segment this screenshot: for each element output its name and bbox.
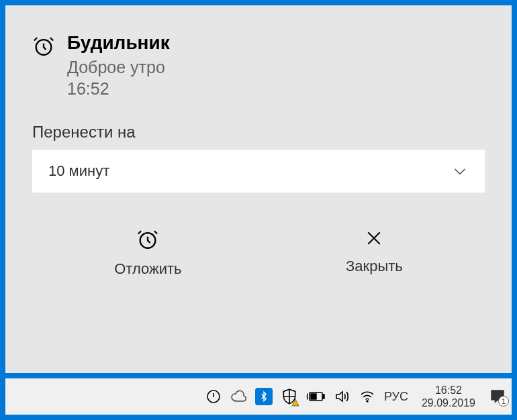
clock-date: 29.09.2019 [422, 397, 475, 409]
svg-point-6 [367, 401, 368, 402]
action-center-icon[interactable]: 1 [489, 388, 506, 405]
svg-rect-4 [323, 395, 324, 399]
notification-title: Будильник [67, 32, 170, 54]
cloud-icon[interactable] [230, 388, 247, 405]
snooze-dropdown[interactable]: 10 минут [32, 150, 485, 193]
clock-time: 16:52 [435, 384, 462, 397]
bluetooth-icon[interactable] [255, 388, 273, 405]
taskbar-clock[interactable]: 16:52 29.09.2019 [416, 384, 481, 409]
chevron-down-icon [451, 162, 469, 180]
snooze-button-label: Отложить [114, 260, 181, 278]
notification-badge: 1 [498, 396, 509, 407]
close-icon [364, 228, 384, 248]
close-button-label: Закрыть [346, 258, 403, 275]
taskbar: РУС 16:52 29.09.2019 1 [5, 378, 512, 415]
alarm-icon [32, 32, 55, 58]
wifi-icon[interactable] [359, 388, 376, 405]
snooze-label: Перенести на [32, 123, 485, 142]
dropdown-selected-value: 10 минут [48, 162, 109, 180]
notification-header: Будильник Доброе утро 16:52 [32, 32, 485, 99]
notification-subtitle: Доброе утро [67, 56, 170, 79]
notification-text-block: Будильник Доброе утро 16:52 [67, 32, 170, 99]
notification-time: 16:52 [67, 79, 170, 99]
volume-icon[interactable] [333, 388, 350, 405]
language-indicator[interactable]: РУС [384, 390, 408, 404]
alarm-notification: Будильник Доброе утро 16:52 Перенести на… [5, 5, 512, 373]
close-button[interactable]: Закрыть [330, 223, 419, 283]
system-tray: РУС [205, 388, 408, 405]
power-icon[interactable] [205, 388, 222, 405]
svg-rect-5 [311, 394, 316, 399]
battery-icon[interactable] [306, 390, 325, 403]
security-icon[interactable] [281, 388, 298, 405]
notification-actions: Отложить Закрыть [32, 223, 485, 283]
alarm-icon [136, 228, 159, 251]
snooze-button[interactable]: Отложить [98, 223, 197, 283]
